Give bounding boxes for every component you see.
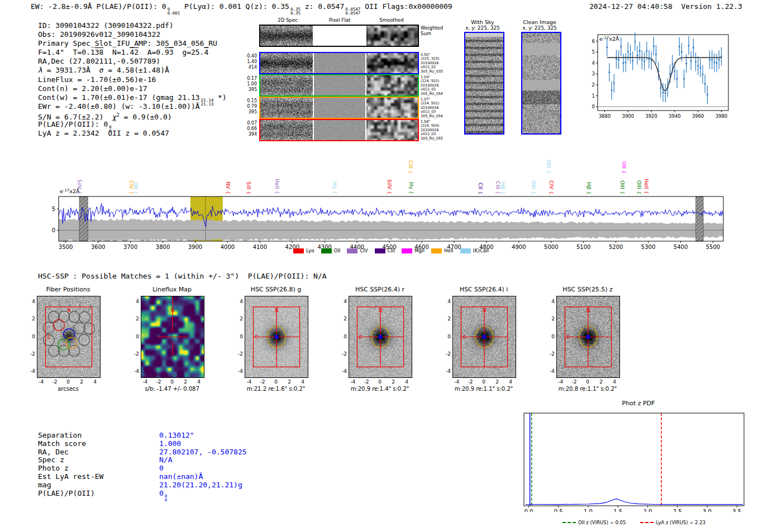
photz-legend-item-0: OII z (VIRUS) = 0.05 <box>562 520 626 525</box>
svg-text:6: 6 <box>592 39 595 44</box>
summary-line-8: Cont(w) = 1.70(±0.01)e-17 (gmag 21.1321.… <box>38 93 227 102</box>
cutout-ytick: 2 <box>338 316 347 322</box>
summary-line-11: P(LAE)/P(OII): 000 <box>38 120 227 129</box>
sky-panel-image-0 <box>464 32 504 135</box>
svg-text:5: 5 <box>592 49 595 55</box>
cutout-ytick: -2 <box>234 351 243 357</box>
cutout-ytick: -4 <box>234 368 243 374</box>
legend-label: Lyα <box>306 248 314 253</box>
line-label-oiii-19: OIII { <box>636 180 642 194</box>
summary-line-9: EWr = -2.40(±0.80) (w: -3.10(±1.00))Å <box>38 102 227 111</box>
cutout-ytick: 4 <box>338 299 347 304</box>
spec2d-row-0 <box>259 25 419 47</box>
sky-panel-subtitle-1: x, y: 225, 325 <box>522 25 557 31</box>
cutout-xtick: 0 <box>378 379 382 385</box>
cutout-ytick: -2 <box>546 351 555 357</box>
spec2d-row-2 <box>259 74 419 97</box>
spec2d-right-label-1: 0.50"(225, 325)20190926v012_02305_RU_035 <box>421 53 450 74</box>
cutout-xtick: 0 <box>482 379 485 385</box>
spec2d-left-label-4: 0.070.66394 <box>244 121 257 137</box>
elixer-report-page: { "header": { "stats": [ {"t":"EW: -2.8±… <box>0 0 782 532</box>
cutout-ytick: 4 <box>442 299 451 304</box>
cutout-box-0 <box>37 296 101 378</box>
line-label-nv-3: NV { <box>225 181 231 194</box>
spec2d-row-image-3 <box>260 98 418 118</box>
cutout-ytick: -4 <box>442 368 451 374</box>
cutout-title-2: HSC SSP(26.8) g <box>251 286 302 293</box>
match-row-value-2: 27.802107, -0.507825 <box>159 448 247 456</box>
line-fit-inset-plot: 3880390039203940396039800123456e-17x2Å <box>581 26 733 122</box>
svg-text:3900: 3900 <box>622 113 635 119</box>
line-label-oiii-13: OIII { <box>531 180 536 194</box>
cutout-box-4 <box>452 296 516 378</box>
cutout-caption-2: m:21.2 re:1.6" s:0.2" <box>247 386 306 392</box>
cutout-xtick: 0 <box>274 379 278 385</box>
line-label-heii-5: HeII { <box>274 179 280 194</box>
cutout-ytick: 4 <box>234 299 243 304</box>
cutout-title-0: Fiber Positions <box>46 286 90 293</box>
spectrum-legend: LyαOIICIVCIIIMgIIHeII(K)CaII <box>0 248 782 253</box>
svg-text:1.0: 1.0 <box>584 509 593 512</box>
cutout-ytick: 2 <box>546 316 555 322</box>
photz-legend-label: LyA z (VIRUS) = 2.23 <box>656 520 705 525</box>
svg-text:1.5: 1.5 <box>613 509 622 512</box>
spec2d-right-label-4: 1.58"(224, 509)20190926v012_03305_RU_055 <box>421 120 450 141</box>
clean-image-canvas <box>522 33 560 133</box>
photz-legend-item-1: LyA z (VIRUS) = 2.23 <box>640 520 705 525</box>
spec2d-col-header: Smoothed <box>379 17 403 23</box>
line-label-hβ-12: Hβ { <box>500 182 506 194</box>
cutout-ytick: -4 <box>130 368 139 374</box>
legend-swatch <box>460 248 471 253</box>
cutout-xtick: -2 <box>571 379 576 385</box>
cutout-xtick: 2 <box>495 379 499 385</box>
spec2d-left-label-3: 0.150.79395 <box>244 98 257 114</box>
cutout-ytick: 2 <box>130 316 139 322</box>
cutout-xtick: -2 <box>364 379 369 385</box>
spec2d-left-label-2: 0.171.00395 <box>244 76 257 92</box>
match-row-label-4: Photo z <box>38 464 69 472</box>
cutout-ytick: 0 <box>130 334 139 339</box>
cutout-xtick: 4 <box>613 379 616 385</box>
cutout-ytick: 2 <box>442 316 451 322</box>
match-row-value-6: 21.20(21.20,21.21)g <box>159 481 242 489</box>
cutout-ytick: 0 <box>338 334 347 339</box>
line-label-siiv-7: SiIV { <box>387 179 392 194</box>
svg-text:0: 0 <box>592 104 595 109</box>
svg-text:3980: 3980 <box>716 113 728 119</box>
with-sky-canvas <box>465 33 503 133</box>
line-label-civ-15: CIV { <box>549 180 554 194</box>
legend-label: (K)CaII <box>473 248 489 253</box>
cutout-ytick: 0 <box>546 334 555 339</box>
cutout-xtick: 4 <box>509 379 512 385</box>
legend-label: HeII <box>444 248 454 253</box>
sky-panel-title-0: With Sky <box>471 19 494 25</box>
line-label-oiii-17: OIII { <box>619 180 625 194</box>
svg-text:3960: 3960 <box>692 113 704 119</box>
match-row-label-5: Est LyA rest-EW <box>38 472 103 481</box>
line-label-hγ-9: Hγ { <box>408 182 414 194</box>
match-row-value-5: nan(±nan)Å <box>159 472 203 481</box>
cutout-xtick: -4 <box>454 379 459 385</box>
match-row-label-3: Spec z <box>38 456 64 464</box>
cutout-title-3: HSC SSP(26.4) r <box>355 286 404 293</box>
sky-panel-image-1 <box>521 32 561 135</box>
svg-text:0.0: 0.0 <box>524 509 533 512</box>
svg-text:2.5: 2.5 <box>673 509 682 512</box>
summary-line-4: RA,Dec (27.802111,-0.507789) <box>38 57 227 66</box>
match-row-label-6: mag <box>38 481 51 489</box>
legend-item-kcaii: (K)CaII <box>460 248 489 253</box>
legend-swatch <box>402 248 412 253</box>
line-label-cii-10: CII { <box>478 183 483 194</box>
line-label-hγ-6: Hγ { <box>332 182 337 194</box>
summary-line-7: Cont(n) = 2.20(±0.00)e-17 <box>38 84 227 93</box>
legend-item-ly: Lyα <box>293 248 314 253</box>
cutout-xtick: -4 <box>350 379 355 385</box>
summary-line-3: F=1.4" T=0.138 N=1.42 A=0.93 g=25.4 <box>38 48 227 57</box>
svg-text:4: 4 <box>592 60 595 66</box>
match-row-value-1: 1.000 <box>159 439 181 448</box>
svg-text:5: 5 <box>52 206 55 212</box>
legend-label: MgII <box>414 248 425 253</box>
legend-item-mgii: MgII <box>402 248 425 253</box>
legend-item-heii: HeII <box>431 248 454 253</box>
match-row-value-7: 000 <box>159 489 167 502</box>
